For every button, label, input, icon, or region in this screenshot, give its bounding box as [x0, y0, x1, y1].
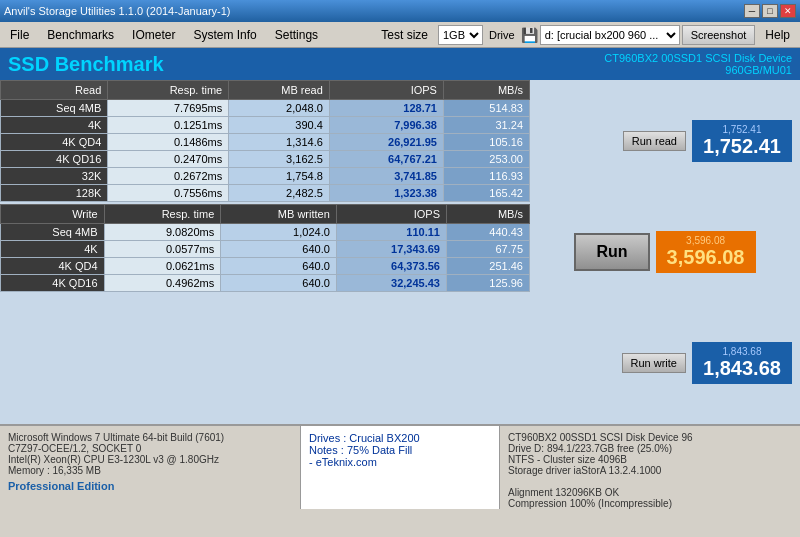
mbread-col-header: MB read	[229, 81, 330, 100]
table-row: Seq 4MB 7.7695ms 2,048.0 128.71 514.83	[1, 100, 530, 117]
test-size-select[interactable]: 1GB 4GB	[438, 25, 483, 45]
status-bar: Microsoft Windows 7 Ultimate 64-bit Buil…	[0, 424, 800, 509]
mbs-val: 253.00	[443, 151, 529, 168]
title-bar: Anvil's Storage Utilities 1.1.0 (2014-Ja…	[0, 0, 800, 22]
row-label: 4K QD16	[1, 151, 108, 168]
ntfs-info: NTFS - Cluster size 4096B	[508, 454, 792, 465]
iops-val: 32,245.43	[336, 275, 446, 292]
compression-info: Compression 100% (Incompressible)	[508, 498, 792, 509]
mbs-val: 105.16	[443, 134, 529, 151]
iops-col-header: IOPS	[329, 81, 443, 100]
device-info: CT960BX2 00SSD1 SCSI Disk Device 960GB/M…	[604, 52, 792, 76]
mbs-val: 514.83	[443, 100, 529, 117]
row-label: 4K	[1, 241, 105, 258]
pro-edition-label: Professional Edition	[8, 480, 292, 492]
drive-space: Drive D: 894.1/223.7GB free (25.0%)	[508, 443, 792, 454]
screenshot-button[interactable]: Screenshot	[682, 25, 756, 45]
mbs-col-header: MB/s	[443, 81, 529, 100]
table-row: 4K QD4 0.1486ms 1,314.6 26,921.95 105.16	[1, 134, 530, 151]
resp-time: 0.1486ms	[108, 134, 229, 151]
maximize-button[interactable]: □	[762, 4, 778, 18]
ssd-header: SSD Benchmark CT960BX2 00SSD1 SCSI Disk …	[0, 48, 800, 80]
mb-written: 1,024.0	[221, 224, 337, 241]
mbs-val: 125.96	[446, 275, 529, 292]
status-board: C7Z97-OCEE/1.2, SOCKET 0	[8, 443, 292, 454]
resp-time: 0.0621ms	[104, 258, 221, 275]
menu-file[interactable]: File	[2, 24, 37, 46]
mb-read: 2,048.0	[229, 100, 330, 117]
menu-bar: File Benchmarks IOmeter System Info Sett…	[0, 22, 800, 48]
run-button[interactable]: Run	[574, 233, 649, 271]
resp-time: 0.4962ms	[104, 275, 221, 292]
menu-settings[interactable]: Settings	[267, 24, 326, 46]
app-title: Anvil's Storage Utilities 1.1.0 (2014-Ja…	[4, 5, 230, 17]
run-read-row: Run read 1,752.41 1,752.41	[538, 120, 792, 162]
read-score-big: 1,752.41	[702, 135, 782, 158]
mb-read: 2,482.5	[229, 185, 330, 202]
table-section: Read Resp. time MB read IOPS MB/s Seq 4M…	[0, 80, 530, 424]
menu-iometer[interactable]: IOmeter	[124, 24, 183, 46]
row-label: 4K	[1, 117, 108, 134]
status-middle: Drives : Crucial BX200 Notes : 75% Data …	[300, 426, 500, 509]
menu-sysinfo[interactable]: System Info	[185, 24, 264, 46]
content-wrapper: SSD Benchmark CT960BX2 00SSD1 SCSI Disk …	[0, 48, 800, 509]
close-button[interactable]: ✕	[780, 4, 796, 18]
row-label: 4K QD4	[1, 134, 108, 151]
resptime-col-header: Resp. time	[108, 81, 229, 100]
table-row: 128K 0.7556ms 2,482.5 1,323.38 165.42	[1, 185, 530, 202]
resp-time: 0.0577ms	[104, 241, 221, 258]
run-read-button[interactable]: Run read	[623, 131, 686, 151]
mbs-val: 440.43	[446, 224, 529, 241]
total-score-box: 3,596.08 3,596.08	[656, 231, 756, 273]
row-label: 128K	[1, 185, 108, 202]
drive-select[interactable]: d: [crucial bx200 960 ...	[540, 25, 680, 45]
mbs-val: 165.42	[443, 185, 529, 202]
table-row: 4K QD16 0.2470ms 3,162.5 64,767.21 253.0…	[1, 151, 530, 168]
menu-benchmarks[interactable]: Benchmarks	[39, 24, 122, 46]
iops-val: 1,323.38	[329, 185, 443, 202]
row-label: 4K QD4	[1, 258, 105, 275]
read-score-small: 1,752.41	[702, 124, 782, 135]
run-write-row: Run write 1,843.68 1,843.68	[538, 342, 792, 384]
row-label: Seq 4MB	[1, 100, 108, 117]
iops-val: 110.11	[336, 224, 446, 241]
iops-val: 26,921.95	[329, 134, 443, 151]
menu-help[interactable]: Help	[757, 24, 798, 46]
status-spacer	[508, 476, 792, 487]
iops-val: 17,343.69	[336, 241, 446, 258]
minimize-button[interactable]: ─	[744, 4, 760, 18]
resp-time: 0.2470ms	[108, 151, 229, 168]
status-memory: Memory : 16,335 MB	[8, 465, 292, 476]
row-label: Seq 4MB	[1, 224, 105, 241]
write-score-small: 1,843.68	[702, 346, 782, 357]
ssd-title: SSD Benchmark	[8, 53, 164, 76]
read-score-box: 1,752.41 1,752.41	[692, 120, 792, 162]
resp-time: 0.1251ms	[108, 117, 229, 134]
device-line1: CT960BX2 00SSD1 SCSI Disk Device	[604, 52, 792, 64]
status-cpu: Intel(R) Xeon(R) CPU E3-1230L v3 @ 1.80G…	[8, 454, 292, 465]
mb-written: 640.0	[221, 258, 337, 275]
mb-written: 640.0	[221, 241, 337, 258]
resp-time: 7.7695ms	[108, 100, 229, 117]
right-panel: Run read 1,752.41 1,752.41 Run 3,596.08 …	[530, 80, 800, 424]
run-btn-group: Run 3,596.08 3,596.08	[538, 231, 792, 273]
table-row: 4K 0.1251ms 390.4 7,996.38 31.24	[1, 117, 530, 134]
iops-val: 64,767.21	[329, 151, 443, 168]
drive-name: Drives : Crucial BX200	[309, 432, 491, 444]
table-row: 4K QD16 0.4962ms 640.0 32,245.43 125.96	[1, 275, 530, 292]
mb-read: 1,314.6	[229, 134, 330, 151]
benchmark-area: Read Resp. time MB read IOPS MB/s Seq 4M…	[0, 80, 800, 424]
device-name: CT960BX2 00SSD1 SCSI Disk Device 96	[508, 432, 792, 443]
table-row: 32K 0.2672ms 1,754.8 3,741.85 116.93	[1, 168, 530, 185]
status-right: CT960BX2 00SSD1 SCSI Disk Device 96 Driv…	[500, 426, 800, 509]
mb-read: 1,754.8	[229, 168, 330, 185]
table-row: Seq 4MB 9.0820ms 1,024.0 110.11 440.43	[1, 224, 530, 241]
iops-val: 64,373.56	[336, 258, 446, 275]
resp-time: 0.7556ms	[108, 185, 229, 202]
write-iops-col: IOPS	[336, 205, 446, 224]
resp-time: 9.0820ms	[104, 224, 221, 241]
mbs-val: 67.75	[446, 241, 529, 258]
drive-label: Drive	[489, 29, 515, 41]
mbs-val: 116.93	[443, 168, 529, 185]
run-write-button[interactable]: Run write	[622, 353, 686, 373]
